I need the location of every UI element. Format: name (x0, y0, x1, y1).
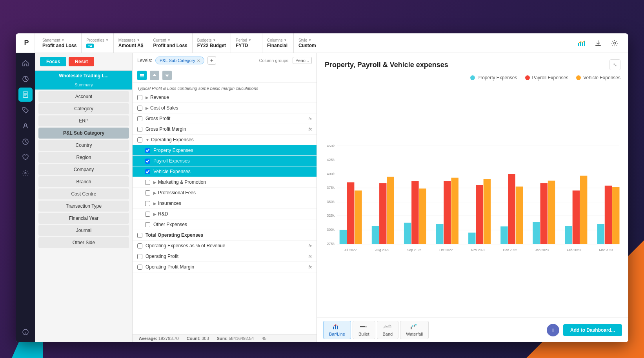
filter-item-erp[interactable]: ERP (38, 115, 129, 126)
columns-dropdown[interactable]: Columns ▼ Financial (262, 33, 294, 53)
expand-icon-marketing[interactable]: ▶ (153, 180, 156, 184)
filter-item-journal[interactable]: Journal (38, 225, 129, 236)
chevron-down-icon-4: ▼ (167, 38, 171, 42)
filter-item-transaction-type[interactable]: Transaction Type (38, 201, 129, 212)
style-dropdown[interactable]: Style ▼ Custom (294, 33, 325, 53)
tree-row-marketing[interactable]: ▶Marketing & Promotion (133, 177, 317, 188)
tree-row-checkbox-cost_of_sales[interactable] (137, 106, 142, 111)
tree-row-checkbox-total_operating[interactable] (137, 233, 142, 238)
filter-item-company[interactable]: Company (38, 164, 129, 175)
tree-row-revenue[interactable]: ▶Revenue (133, 92, 317, 103)
tree-row-checkbox-marketing[interactable] (145, 180, 150, 185)
info-fab-button[interactable]: i (547, 324, 559, 336)
tree-row-operating_pct[interactable]: Operating Expenses as % of Revenuefx (133, 241, 317, 251)
expand-icon-revenue[interactable]: ▶ (146, 95, 149, 100)
tree-row-label-other_expenses: Other Expenses (153, 222, 187, 227)
tree-row-checkbox-insurances[interactable] (145, 201, 150, 206)
tree-row-operating_expenses[interactable]: ▼Operating Expenses (133, 135, 317, 145)
tree-row-operating_profit[interactable]: Operating Profitfx (133, 251, 317, 262)
tree-row-insurances[interactable]: ▶Insurances (133, 198, 317, 209)
tree-row-checkbox-operating_profit[interactable] (137, 254, 142, 259)
count-label: Count: 303 (187, 336, 209, 341)
statement-dropdown[interactable]: Statement ▼ Profit and Loss (38, 33, 82, 53)
chevron-down-icon-5: ▼ (213, 38, 216, 42)
download-icon-button[interactable] (592, 37, 604, 49)
tree-row-professional_fees[interactable]: ▶Professional Fees (133, 188, 317, 198)
bar (355, 190, 362, 244)
chart-type-bar-line[interactable]: Bar/Line (323, 321, 351, 339)
chart-type-waterfall[interactable]: Waterfall (400, 321, 429, 339)
filter-item-branch[interactable]: Branch (38, 176, 129, 187)
tree-row-vehicle_expenses[interactable]: Vehicle Expenses (133, 166, 317, 177)
properties-dropdown[interactable]: Properties ▼ +4 (82, 33, 114, 53)
filter-item-category[interactable]: Category (38, 103, 129, 114)
filter-item-other-side[interactable]: Other Side (38, 237, 129, 248)
tree-row-other_expenses[interactable]: Other Expenses (133, 219, 317, 230)
budgets-dropdown[interactable]: Budgets ▼ FY22 Budget (193, 33, 231, 53)
settings-icon-button[interactable] (609, 37, 620, 49)
sidebar-report-icon[interactable] (18, 88, 33, 102)
tree-row-checkbox-gross_profit_margin[interactable] (137, 127, 142, 132)
expand-icon-operating_expenses[interactable]: ▼ (146, 138, 149, 142)
level-tag-close-icon[interactable]: ✕ (197, 58, 200, 63)
tree-row-checkbox-rd[interactable] (145, 212, 150, 217)
chart-type-band[interactable]: Band (377, 321, 399, 339)
sidebar-info-icon[interactable]: i (18, 325, 33, 339)
tree-row-checkbox-gross_profit[interactable] (137, 116, 142, 121)
add-level-button[interactable]: + (207, 56, 216, 65)
filter-item-account[interactable]: Account (38, 91, 129, 102)
tree-row-operating_profit_margin[interactable]: Operating Profit Marginfx (133, 262, 317, 272)
chart-type-bullet[interactable]: Bullet (353, 321, 375, 339)
tree-row-checkbox-operating_expenses[interactable] (137, 137, 142, 142)
add-to-dashboard-button[interactable]: Add to Dashboard... (563, 324, 622, 336)
sidebar-tag-icon[interactable] (18, 103, 33, 117)
tree-row-property_expenses[interactable]: Property Expenses (133, 145, 317, 156)
level-tag[interactable]: P&L Sub Category ✕ (155, 57, 204, 64)
expand-up-icon-button[interactable] (150, 71, 159, 80)
filter-item-region[interactable]: Region (38, 152, 129, 163)
chart-expand-button[interactable]: ⤡ (609, 59, 620, 70)
tree-row-checkbox-payroll_expenses[interactable] (145, 159, 150, 164)
tree-row-checkbox-professional_fees[interactable] (145, 190, 150, 195)
tree-row-checkbox-revenue[interactable] (137, 95, 142, 100)
expand-icon-insurances[interactable]: ▶ (153, 201, 156, 206)
sidebar-home-icon[interactable] (18, 56, 33, 70)
tree-row-cost_of_sales[interactable]: ▶Cost of Sales (133, 103, 317, 113)
period-dropdown[interactable]: Period ▼ FYTD (231, 33, 262, 53)
tree-controls (133, 68, 317, 83)
col-group-tag[interactable]: Perio... (293, 57, 312, 64)
expand-down-icon-button[interactable] (162, 71, 172, 80)
measures-dropdown[interactable]: Measures ▼ Amount A$ (114, 33, 149, 53)
filter-item-financial-year[interactable]: Financial Year (38, 213, 129, 224)
tree-row-checkbox-vehicle_expenses[interactable] (145, 169, 150, 174)
filter-item-cost-centre[interactable]: Cost Centre (38, 188, 129, 199)
expand-icon-cost_of_sales[interactable]: ▶ (146, 106, 149, 110)
tree-row-payroll_expenses[interactable]: Payroll Expenses (133, 156, 317, 166)
current-dropdown[interactable]: Current ▼ Profit and Loss (148, 33, 192, 53)
focus-button[interactable]: Focus (40, 57, 66, 66)
tree-row-checkbox-operating_profit_margin[interactable] (137, 265, 142, 270)
tree-row-gross_profit[interactable]: Gross Profitfx (133, 113, 317, 124)
filter-item-country[interactable]: Country (38, 140, 129, 151)
sidebar-user-icon[interactable] (18, 119, 33, 133)
bar-line-icon (333, 323, 341, 331)
collapse-icon-button[interactable] (137, 71, 147, 80)
expand-icon-professional_fees[interactable]: ▶ (153, 191, 156, 195)
tree-row-checkbox-other_expenses[interactable] (145, 222, 150, 227)
sidebar-analytics-icon[interactable] (18, 72, 33, 86)
legend-vehicle: Vehicle Expenses (576, 75, 620, 80)
tree-row-rd[interactable]: ▶R&D (133, 209, 317, 219)
tree-rows: ▶Revenue▶Cost of SalesGross ProfitfxGros… (133, 92, 317, 272)
sidebar-heart-icon[interactable] (18, 150, 33, 164)
chart-icon-button[interactable] (576, 37, 588, 49)
tree-row-checkbox-operating_pct[interactable] (137, 243, 142, 248)
sidebar-settings-icon[interactable] (18, 166, 33, 180)
reset-button[interactable]: Reset (69, 57, 94, 66)
tree-row-total_operating[interactable]: Total Operating Expenses (133, 230, 317, 241)
tree-row-checkbox-property_expenses[interactable] (145, 148, 150, 153)
tree-row-gross_profit_margin[interactable]: Gross Profit Marginfx (133, 124, 317, 135)
selected-entity-title[interactable]: Wholesale Trading L... (35, 71, 132, 81)
filter-item-pl-sub-category[interactable]: P&L Sub Category (38, 128, 129, 139)
expand-icon-rd[interactable]: ▶ (153, 212, 156, 216)
sidebar-history-icon[interactable] (18, 135, 33, 149)
